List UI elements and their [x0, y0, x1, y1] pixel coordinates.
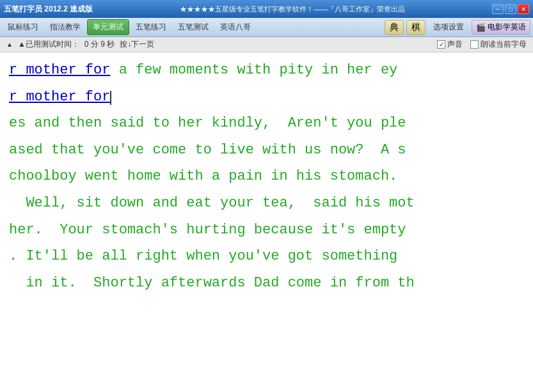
text-line-6-content: Well, sit down and eat your tea, said hi…	[9, 195, 415, 211]
text-line-7-content: her. Your stomach's hurting because it's…	[9, 222, 406, 238]
text-line-5: choolboy went home with a pain in his st…	[9, 164, 524, 189]
maximize-button[interactable]: □	[505, 4, 516, 14]
movie-label: 电影学英语	[488, 22, 526, 33]
text-line-8: . It'll be all right when you've got som…	[9, 244, 524, 269]
text-line-7: her. Your stomach's hurting because it's…	[9, 217, 524, 243]
status-triangle: ▲	[6, 41, 13, 48]
text-line-9-content: in it. Shortly afterwards Dad come in fr…	[9, 275, 415, 291]
text-line-8-content: . It'll be all right when you've got som…	[9, 248, 397, 264]
icon-qi-button[interactable]: 棋	[406, 20, 426, 35]
sound-label: 声音	[447, 39, 463, 50]
close-button[interactable]: ✕	[518, 4, 529, 14]
movie-icon: 🎬	[476, 23, 486, 32]
icon-group: 典 棋 选项设置 🎬 电影学英语	[385, 20, 530, 35]
sound-checkbox-item[interactable]: 声音	[437, 39, 463, 50]
text-line-4: ased that you've come to live with us no…	[9, 137, 524, 163]
movie-english-button[interactable]: 🎬 电影学英语	[472, 20, 530, 35]
minimize-button[interactable]: −	[492, 4, 504, 14]
status-bar: ▲ ▲已用测试时间： 0 分 9 秒 按↓下一页 声音 朗读当前字母	[0, 37, 533, 52]
text-line-3: es and then said to her kindly, Aren't y…	[9, 111, 524, 136]
text-line-9: in it. Shortly afterwards Dad come in fr…	[9, 270, 524, 296]
text-line-6: Well, sit down and eat your tea, said hi…	[9, 191, 524, 216]
typed-text-line1: r mother for	[9, 62, 110, 78]
menu-wubi-practice[interactable]: 五笔练习	[131, 20, 171, 35]
text-line-1: r mother for a few moments with pity in …	[9, 58, 524, 83]
read-checkbox[interactable]	[470, 40, 479, 49]
text-line-3-content: es and then said to her kindly, Aren't y…	[9, 115, 406, 131]
menu-bar: 鼠标练习 指法教学 单元测试 五笔练习 五笔测试 英语八哥 典 棋 选项设置 🎬…	[0, 18, 533, 37]
sound-checkbox[interactable]	[437, 40, 445, 49]
menu-wubi-test[interactable]: 五笔测试	[173, 20, 214, 35]
menu-single-test[interactable]: 单元测试	[87, 19, 129, 35]
menu-finger-teaching[interactable]: 指法教学	[45, 20, 86, 35]
text-line-4-content: ased that you've come to live with us no…	[9, 142, 406, 158]
read-checkbox-item[interactable]: 朗读当前字母	[470, 39, 527, 50]
read-label: 朗读当前字母	[481, 39, 527, 50]
text-line-5-content: choolboy went home with a pain in his st…	[9, 168, 397, 184]
typed-text-line2: r mother for	[9, 89, 110, 105]
cursor	[110, 91, 111, 105]
menu-english[interactable]: 英语八哥	[215, 20, 256, 35]
app-title: 五笔打字员 2012.2 速成版	[4, 4, 93, 15]
app-subtitle: ★★★★★五星级专业五笔打字教学软件！——『八哥工作室』荣誉出品	[180, 4, 405, 14]
checkbox-group: 声音 朗读当前字母	[437, 39, 527, 50]
window-controls: − □ ✕	[492, 4, 529, 14]
title-bar: 五笔打字员 2012.2 速成版 ★★★★★五星级专业五笔打字教学软件！——『八…	[0, 0, 533, 18]
text-line-2: r mother for	[9, 84, 524, 110]
status-time-prefix: ▲已用测试时间：	[18, 39, 79, 50]
main-content: r mother for a few moments with pity in …	[0, 52, 533, 392]
menu-mouse-practice[interactable]: 鼠标练习	[3, 20, 44, 35]
status-hint: 按↓下一页	[120, 39, 154, 50]
status-time-value: 0 分 9 秒	[84, 39, 115, 50]
icon-dian-button[interactable]: 典	[385, 20, 404, 35]
typing-text-area: r mother for a few moments with pity in …	[9, 58, 524, 295]
remaining-text-line1: a few moments with pity in her ey	[110, 62, 397, 78]
settings-button[interactable]: 选项设置	[428, 20, 469, 35]
